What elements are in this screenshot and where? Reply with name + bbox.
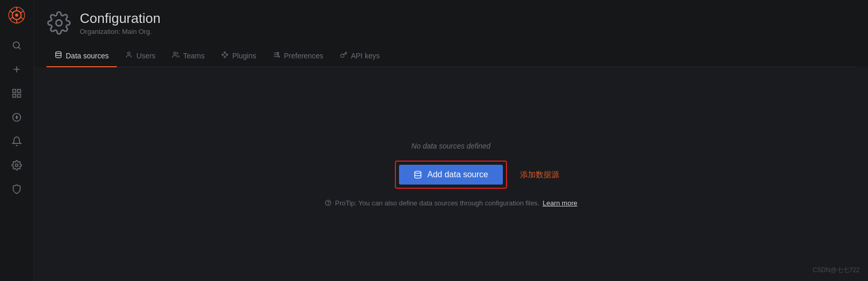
page-subtitle: Organization: Main Org. bbox=[80, 28, 161, 35]
add-datasource-button[interactable]: Add data source bbox=[399, 165, 503, 185]
watermark: CSDN@七七722 bbox=[813, 266, 860, 275]
svg-point-29 bbox=[279, 56, 280, 57]
title-text: Configuration Organization: Main Org. bbox=[80, 10, 161, 35]
svg-rect-15 bbox=[13, 94, 16, 97]
chinese-label: 添加数据源 bbox=[520, 169, 559, 179]
svg-point-9 bbox=[13, 42, 19, 48]
tab-preferences-label: Preferences bbox=[284, 52, 323, 60]
shield-icon[interactable] bbox=[6, 179, 27, 200]
add-datasource-label: Add data source bbox=[427, 170, 488, 179]
alerting-icon[interactable] bbox=[6, 131, 27, 152]
preferences-icon bbox=[273, 51, 280, 60]
tab-users[interactable]: Users bbox=[117, 46, 164, 67]
tab-teams-label: Teams bbox=[183, 52, 204, 60]
grafana-logo[interactable] bbox=[7, 5, 27, 25]
svg-point-21 bbox=[56, 52, 62, 54]
svg-point-19 bbox=[16, 164, 18, 167]
svg-point-22 bbox=[128, 52, 130, 55]
protip-icon bbox=[324, 199, 332, 206]
tab-data-sources[interactable]: Data sources bbox=[46, 46, 117, 67]
plugin-icon bbox=[221, 51, 228, 60]
tab-data-sources-label: Data sources bbox=[66, 52, 108, 60]
configuration-icon bbox=[46, 10, 71, 35]
svg-point-20 bbox=[56, 20, 62, 26]
add-datasource-wrapper: Add data source bbox=[395, 161, 507, 189]
team-icon bbox=[172, 51, 179, 60]
svg-line-10 bbox=[19, 47, 21, 50]
svg-point-23 bbox=[174, 52, 176, 55]
protip-text: ProTip: You can also define data sources… bbox=[335, 199, 539, 207]
settings-icon[interactable] bbox=[6, 155, 27, 176]
empty-state-text: No data sources defined bbox=[412, 142, 491, 150]
svg-point-30 bbox=[415, 171, 421, 173]
tab-api-keys-label: API keys bbox=[351, 52, 380, 60]
main-content: Configuration Organization: Main Org. Da… bbox=[34, 0, 868, 281]
learn-more-link[interactable]: Learn more bbox=[542, 199, 577, 207]
svg-rect-13 bbox=[13, 90, 16, 93]
tab-plugins[interactable]: Plugins bbox=[213, 46, 264, 67]
tab-preferences[interactable]: Preferences bbox=[264, 46, 331, 67]
svg-point-28 bbox=[278, 54, 279, 55]
svg-rect-16 bbox=[18, 94, 21, 97]
tab-plugins-label: Plugins bbox=[232, 52, 256, 60]
datasource-btn-icon bbox=[414, 170, 422, 179]
svg-marker-18 bbox=[16, 115, 18, 119]
add-icon[interactable] bbox=[6, 59, 27, 80]
tab-api-keys[interactable]: API keys bbox=[332, 46, 388, 67]
page-header: Configuration Organization: Main Org. Da… bbox=[34, 0, 868, 67]
search-icon[interactable] bbox=[6, 35, 27, 56]
svg-rect-14 bbox=[18, 90, 21, 93]
user-icon bbox=[125, 51, 132, 60]
empty-state: No data sources defined Add data source … bbox=[324, 142, 577, 207]
explore-icon[interactable] bbox=[6, 107, 27, 128]
sidebar bbox=[0, 0, 34, 281]
key-icon bbox=[340, 51, 347, 60]
content-area: No data sources defined Add data source … bbox=[34, 67, 868, 281]
tabs-nav: Data sources Users bbox=[46, 46, 855, 67]
tab-users-label: Users bbox=[136, 52, 155, 60]
svg-point-2 bbox=[15, 14, 18, 17]
database-icon bbox=[55, 51, 62, 60]
protip-row: ProTip: You can also define data sources… bbox=[324, 199, 577, 207]
tab-teams[interactable]: Teams bbox=[164, 46, 213, 67]
page-title-row: Configuration Organization: Main Org. bbox=[46, 10, 855, 35]
page-title: Configuration bbox=[80, 10, 161, 27]
dashboards-icon[interactable] bbox=[6, 83, 27, 104]
